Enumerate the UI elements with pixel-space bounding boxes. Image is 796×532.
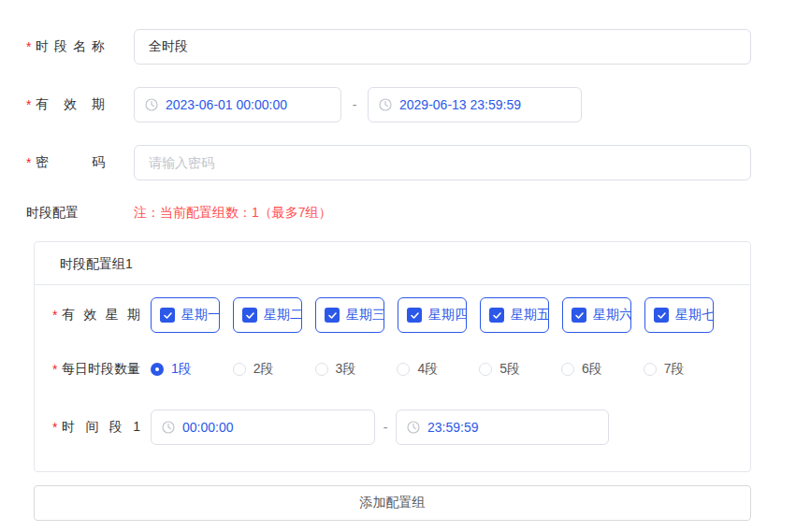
radio-label: 6段 bbox=[582, 361, 602, 378]
radio-unselected-icon bbox=[644, 363, 657, 376]
time-range-label-text: 时间段1 bbox=[62, 419, 140, 436]
weekday-checkbox-tuesday[interactable]: 星期二 bbox=[233, 297, 302, 333]
clock-icon bbox=[407, 421, 420, 434]
weekday-checkbox-monday[interactable]: 星期一 bbox=[151, 297, 220, 333]
field-row-daily-count: * 每日时段数量 1段 2段 3段 bbox=[52, 361, 750, 378]
radio-label: 4段 bbox=[417, 361, 438, 378]
required-asterisk: * bbox=[26, 39, 36, 54]
checkbox-checked-icon bbox=[407, 308, 422, 323]
password-label: * 密码 bbox=[26, 154, 105, 171]
weekday-label: 星期一 bbox=[181, 307, 220, 324]
clock-icon bbox=[379, 98, 392, 111]
time-end-picker[interactable]: 23:59:59 bbox=[396, 410, 609, 445]
config-group-body: * 有效星期 星期一 星期二 星期三 bbox=[35, 285, 750, 471]
radio-option-6-segments[interactable]: 6段 bbox=[561, 361, 602, 378]
radio-label: 3段 bbox=[336, 361, 356, 378]
weekday-label: 星期三 bbox=[346, 307, 384, 324]
config-group-card: 时段配置组1 * 有效星期 星期一 星期二 bbox=[34, 241, 751, 472]
weekday-label: 星期四 bbox=[428, 307, 467, 324]
checkbox-checked-icon bbox=[654, 308, 669, 323]
validity-end-value: 2029-06-13 23:59:59 bbox=[399, 97, 521, 112]
daily-count-label-text: 每日时段数量 bbox=[62, 361, 140, 378]
radio-label: 5段 bbox=[499, 361, 520, 378]
weekday-label: 星期二 bbox=[264, 307, 302, 324]
weekday-checkbox-sunday[interactable]: 星期七 bbox=[644, 297, 714, 333]
validity-label-text: 有效期 bbox=[36, 96, 105, 113]
config-section-row: 时段配置 注：当前配置组数：1（最多7组） bbox=[26, 203, 796, 223]
weekday-label: 星期五 bbox=[511, 307, 549, 324]
radio-option-5-segments[interactable]: 5段 bbox=[479, 361, 520, 378]
radio-unselected-icon bbox=[561, 363, 574, 376]
clock-icon bbox=[145, 98, 158, 111]
radio-unselected-icon bbox=[479, 363, 492, 376]
required-asterisk: * bbox=[52, 308, 62, 323]
checkbox-checked-icon bbox=[572, 308, 586, 323]
time-range-label: * 时间段1 bbox=[52, 419, 140, 436]
period-name-label: * 时段名称 bbox=[26, 38, 105, 55]
field-row-period-name: * 时段名称 bbox=[26, 29, 796, 65]
required-asterisk: * bbox=[26, 155, 36, 170]
field-row-validity: * 有效期 2023-06-01 00:00:00 - 2029-06-13 2… bbox=[26, 87, 796, 122]
weekday-label: 星期六 bbox=[593, 307, 631, 324]
validity-start-value: 2023-06-01 00:00:00 bbox=[166, 97, 287, 112]
required-asterisk: * bbox=[52, 420, 62, 435]
radio-label: 1段 bbox=[171, 361, 192, 378]
password-label-text: 密码 bbox=[36, 154, 105, 171]
radio-unselected-icon bbox=[315, 363, 328, 376]
validity-start-picker[interactable]: 2023-06-01 00:00:00 bbox=[134, 87, 341, 122]
period-name-label-text: 时段名称 bbox=[36, 38, 105, 55]
weekday-checkbox-friday[interactable]: 星期五 bbox=[480, 297, 549, 333]
field-row-weekdays: * 有效星期 星期一 星期二 星期三 bbox=[52, 297, 750, 333]
weekday-checkbox-saturday[interactable]: 星期六 bbox=[562, 297, 631, 333]
time-period-form: * 时段名称 * 有效期 2023-06-01 00:00:00 - 2029-… bbox=[0, 0, 796, 521]
config-count-note: 注：当前配置组数：1（最多7组） bbox=[134, 203, 332, 223]
radio-selected-icon bbox=[151, 363, 164, 376]
clock-icon bbox=[162, 421, 175, 434]
validity-label: * 有效期 bbox=[26, 96, 105, 113]
field-row-password: * 密码 bbox=[26, 145, 796, 180]
radio-label: 2段 bbox=[253, 361, 274, 378]
weekday-checkbox-thursday[interactable]: 星期四 bbox=[398, 297, 467, 333]
time-start-value: 00:00:00 bbox=[182, 420, 234, 435]
validity-end-picker[interactable]: 2029-06-13 23:59:59 bbox=[368, 87, 582, 122]
radio-label: 7段 bbox=[664, 361, 685, 378]
time-start-picker[interactable]: 00:00:00 bbox=[151, 410, 375, 445]
weekday-checkbox-wednesday[interactable]: 星期三 bbox=[315, 297, 384, 333]
radio-option-7-segments[interactable]: 7段 bbox=[644, 361, 685, 378]
daily-count-label: * 每日时段数量 bbox=[52, 361, 140, 378]
weekdays-label-text: 有效星期 bbox=[62, 307, 140, 324]
range-separator: - bbox=[375, 420, 396, 435]
radio-unselected-icon bbox=[397, 363, 410, 376]
period-name-input[interactable] bbox=[134, 29, 751, 65]
weekday-label: 星期七 bbox=[675, 307, 714, 324]
required-asterisk: * bbox=[52, 362, 62, 377]
radio-option-4-segments[interactable]: 4段 bbox=[397, 361, 438, 378]
required-asterisk: * bbox=[26, 97, 36, 112]
weekday-checkbox-group: 星期一 星期二 星期三 星期四 bbox=[151, 297, 714, 333]
range-separator: - bbox=[341, 97, 368, 112]
daily-count-radio-group: 1段 2段 3段 4段 bbox=[151, 361, 726, 378]
radio-option-1-segment[interactable]: 1段 bbox=[151, 361, 192, 378]
weekdays-label: * 有效星期 bbox=[52, 307, 140, 324]
checkbox-checked-icon bbox=[325, 308, 340, 323]
time-end-value: 23:59:59 bbox=[427, 420, 479, 435]
checkbox-checked-icon bbox=[242, 308, 257, 323]
config-group-title: 时段配置组1 bbox=[35, 242, 750, 285]
checkbox-checked-icon bbox=[489, 308, 504, 323]
password-input[interactable] bbox=[134, 145, 751, 180]
checkbox-checked-icon bbox=[160, 308, 175, 323]
radio-unselected-icon bbox=[233, 363, 246, 376]
config-section-label: 时段配置 bbox=[26, 203, 105, 223]
radio-option-2-segments[interactable]: 2段 bbox=[233, 361, 274, 378]
radio-option-3-segments[interactable]: 3段 bbox=[315, 361, 356, 378]
field-row-time-range-1: * 时间段1 00:00:00 - 23:59:59 bbox=[52, 410, 750, 445]
add-config-group-button[interactable]: 添加配置组 bbox=[34, 485, 751, 521]
